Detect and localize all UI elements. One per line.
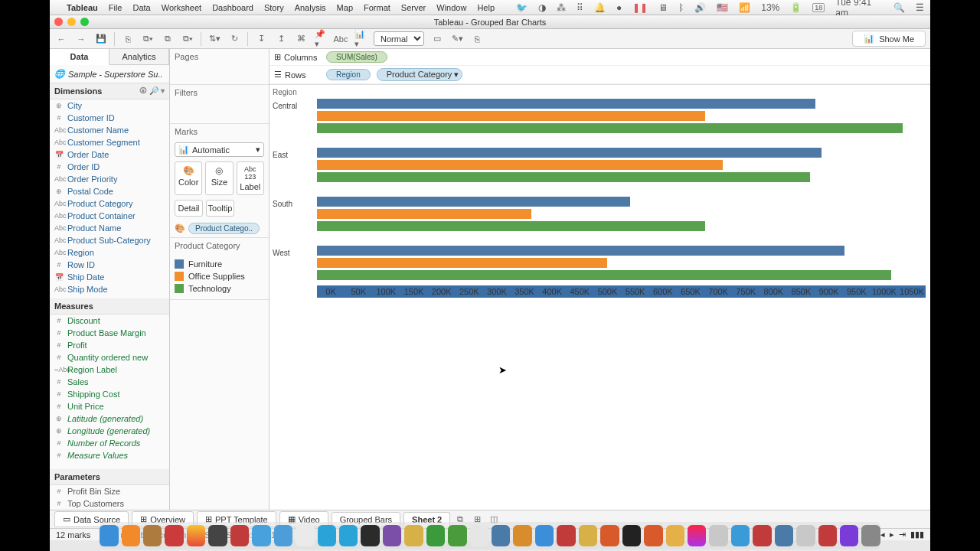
volume-icon[interactable]: 🔊: [694, 2, 706, 13]
dock-app-icon[interactable]: [165, 525, 183, 546]
spotlight-icon[interactable]: 🔍: [893, 2, 905, 13]
wifi-icon[interactable]: 📶: [739, 2, 750, 13]
dock-app-icon[interactable]: [208, 525, 227, 546]
bar-mark[interactable]: [317, 221, 705, 231]
menu-worksheet[interactable]: Worksheet: [162, 3, 201, 12]
bluetooth-icon[interactable]: ᛒ: [678, 2, 684, 13]
group-button[interactable]: ⌘: [294, 32, 308, 46]
dimension-field[interactable]: AbcCustomer Segment: [50, 136, 169, 148]
dimension-field[interactable]: AbcOrder Priority: [50, 173, 169, 185]
dock-app-icon[interactable]: [143, 525, 162, 546]
save-button[interactable]: 💾: [94, 32, 108, 46]
dock-app-icon[interactable]: [361, 525, 379, 546]
macos-dock[interactable]: [100, 522, 880, 549]
abc-button[interactable]: Abc: [334, 32, 348, 46]
filmstrip-button[interactable]: ▮▮▮: [910, 530, 924, 540]
notification-center-icon[interactable]: ☰: [916, 2, 924, 13]
menu-analysis[interactable]: Analysis: [295, 3, 326, 12]
new-datasource-button[interactable]: ⎘: [121, 32, 135, 46]
dock-app-icon[interactable]: [187, 525, 205, 546]
dock-app-icon[interactable]: [622, 525, 641, 546]
dock-app-icon[interactable]: [492, 525, 510, 546]
legend-item[interactable]: Office Supplies: [175, 270, 264, 282]
menu-window[interactable]: Window: [436, 3, 466, 12]
dock-app-icon[interactable]: [579, 525, 597, 546]
marks-size[interactable]: ◎Size: [205, 161, 233, 195]
bar-mark[interactable]: [317, 209, 531, 219]
show-me-button[interactable]: 📊 Show Me: [852, 31, 926, 47]
dock-app-icon[interactable]: [252, 525, 270, 546]
bar-mark[interactable]: [317, 148, 822, 158]
dock-app-icon[interactable]: [535, 525, 554, 546]
marks-color[interactable]: 🎨Color: [175, 161, 202, 195]
chart-type-button[interactable]: 📊▾: [354, 32, 368, 46]
pages-shelf[interactable]: Pages: [170, 49, 269, 64]
bar-mark[interactable]: [317, 246, 844, 256]
flag-icon[interactable]: 🇺🇸: [717, 2, 728, 13]
sort-asc-button[interactable]: ↧: [254, 32, 268, 46]
dock-app-icon[interactable]: [861, 525, 880, 546]
new-sheet-button[interactable]: ⧉▾: [141, 32, 155, 46]
measure-field[interactable]: #Measure Values: [50, 449, 169, 461]
swap-button[interactable]: ⇅▾: [207, 32, 221, 46]
calendar-icon[interactable]: 18: [812, 3, 825, 12]
dimension-field[interactable]: 📅Ship Date: [50, 271, 169, 283]
dimension-field[interactable]: AbcProduct Sub-Category: [50, 234, 169, 246]
marks-detail[interactable]: Detail: [175, 200, 203, 217]
dock-app-icon[interactable]: [644, 525, 662, 546]
bar-mark[interactable]: [317, 99, 815, 109]
rows-pill-region[interactable]: Region: [326, 69, 371, 80]
forward-button[interactable]: →: [74, 32, 88, 46]
menu-data[interactable]: Data: [133, 3, 151, 12]
dock-app-icon[interactable]: [296, 525, 314, 546]
dimension-field[interactable]: AbcShip Mode: [50, 283, 169, 295]
dimension-field[interactable]: AbcProduct Name: [50, 222, 169, 234]
measure-field[interactable]: #Unit Price: [50, 400, 169, 412]
last-button[interactable]: ⇥: [899, 530, 906, 540]
dock-app-icon[interactable]: [230, 525, 249, 546]
menu-server[interactable]: Server: [401, 3, 426, 12]
traffic-lights[interactable]: [54, 18, 89, 26]
measure-field[interactable]: ⊕Longitude (generated): [50, 425, 169, 437]
record-icon[interactable]: ●: [616, 2, 622, 13]
dock-app-icon[interactable]: [100, 525, 118, 546]
dock-app-icon[interactable]: [404, 525, 423, 546]
tab-data[interactable]: Data: [50, 49, 109, 65]
dimension-field[interactable]: #Row ID: [50, 259, 169, 271]
close-icon[interactable]: [54, 18, 63, 26]
twitter-icon[interactable]: 🐦: [516, 2, 528, 13]
measure-field[interactable]: #Number of Records: [50, 437, 169, 449]
bar-mark[interactable]: [317, 123, 903, 133]
dock-app-icon[interactable]: [796, 525, 815, 546]
bar-mark[interactable]: [317, 258, 607, 268]
dimension-field[interactable]: #Order ID: [50, 161, 169, 173]
dimension-field[interactable]: AbcRegion: [50, 246, 169, 259]
highlight-button[interactable]: ✎▾: [450, 32, 464, 46]
dock-app-icon[interactable]: [666, 525, 684, 546]
bell-icon[interactable]: 🔔: [594, 2, 606, 13]
measure-field[interactable]: #Sales: [50, 376, 169, 388]
display-icon[interactable]: 🖥: [658, 2, 668, 13]
prev-button[interactable]: ◂: [880, 530, 885, 540]
dock-app-icon[interactable]: [426, 525, 445, 546]
menu-map[interactable]: Map: [337, 3, 353, 12]
measure-field[interactable]: #Quantity ordered new: [50, 351, 169, 364]
measure-field[interactable]: =AbcRegion Label: [50, 364, 169, 376]
menulet-icon[interactable]: ⠿: [577, 2, 583, 13]
dock-app-icon[interactable]: [122, 525, 140, 546]
legend-item[interactable]: Technology: [175, 282, 264, 295]
zoom-icon[interactable]: [80, 18, 89, 26]
share-button[interactable]: ⎘: [470, 32, 484, 46]
dock-app-icon[interactable]: [688, 525, 706, 546]
measure-field[interactable]: #Product Base Margin: [50, 327, 169, 339]
battery-icon[interactable]: 🔋: [790, 2, 802, 13]
dock-app-icon[interactable]: [274, 525, 292, 546]
parameter-field[interactable]: #Profit Bin Size: [50, 485, 169, 497]
menu-help[interactable]: Help: [477, 3, 495, 12]
marks-type-select[interactable]: 📊Automatic▾: [175, 142, 264, 157]
marks-tooltip[interactable]: Tooltip: [206, 200, 234, 217]
rows-pill-category[interactable]: Product Category ▾: [377, 68, 462, 81]
dock-app-icon[interactable]: [557, 525, 575, 546]
dimensions-tools[interactable]: ⦿ 🔎 ▾: [139, 86, 165, 96]
app-name[interactable]: Tableau: [67, 3, 98, 12]
